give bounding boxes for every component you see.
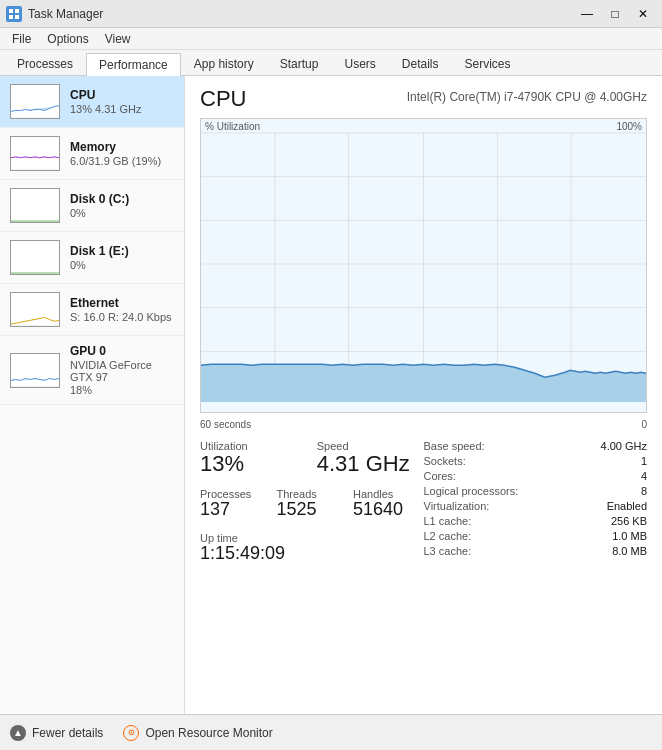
gpu0-label: GPU 0 — [70, 344, 174, 358]
gpu0-thumbnail — [10, 353, 60, 388]
sidebar-item-gpu0[interactable]: GPU 0 NVIDIA GeForce GTX 97 18% — [0, 336, 184, 405]
detail-subtitle: Intel(R) Core(TM) i7-4790K CPU @ 4.00GHz — [407, 90, 647, 104]
sidebar-item-ethernet[interactable]: Ethernet S: 16.0 R: 24.0 Kbps — [0, 284, 184, 336]
disk1-label: Disk 1 (E:) — [70, 244, 129, 258]
fewer-details-button[interactable]: ▲ Fewer details — [10, 725, 103, 741]
stats-section: Utilization 13% Speed 4.31 GHz Processes… — [200, 440, 647, 572]
chart-time-label: 60 seconds — [200, 419, 251, 430]
window-title: Task Manager — [28, 7, 103, 21]
resource-monitor-icon: ⊙ — [123, 725, 139, 741]
spec-virtualization: Virtualization: Enabled — [424, 500, 648, 512]
tab-app-history[interactable]: App history — [181, 52, 267, 75]
processes-stat: Processes 137 — [200, 488, 271, 520]
svg-rect-10 — [11, 241, 59, 274]
footer-bar: ▲ Fewer details ⊙ Open Resource Monitor — [0, 714, 662, 750]
svg-rect-2 — [9, 15, 13, 19]
memory-thumbnail — [10, 136, 60, 171]
ethernet-label: Ethernet — [70, 296, 172, 310]
tab-startup[interactable]: Startup — [267, 52, 332, 75]
uptime-stat: Up time 1:15:49:09 — [200, 532, 424, 564]
spec-l1-cache: L1 cache: 256 KB — [424, 515, 648, 527]
ethernet-thumbnail — [10, 292, 60, 327]
svg-rect-3 — [15, 15, 19, 19]
memory-label: Memory — [70, 140, 161, 154]
ethernet-info: Ethernet S: 16.0 R: 24.0 Kbps — [70, 296, 172, 323]
chart-time-right: 0 — [641, 419, 647, 430]
uptime-value: 1:15:49:09 — [200, 544, 424, 564]
memory-info: Memory 6.0/31.9 GB (19%) — [70, 140, 161, 167]
svg-rect-8 — [11, 189, 59, 222]
ethernet-value: S: 16.0 R: 24.0 Kbps — [70, 311, 172, 323]
svg-marker-28 — [201, 364, 646, 402]
threads-value: 1525 — [277, 500, 348, 520]
fewer-details-label: Fewer details — [32, 726, 103, 740]
detail-title: CPU — [200, 86, 246, 112]
disk0-info: Disk 0 (C:) 0% — [70, 192, 129, 219]
memory-value: 6.0/31.9 GB (19%) — [70, 155, 161, 167]
cpu-thumbnail — [10, 84, 60, 119]
speed-stat: Speed 4.31 GHz — [317, 440, 424, 476]
cpu-chart-svg — [201, 119, 646, 412]
disk1-value: 0% — [70, 259, 129, 271]
spec-l3-cache: L3 cache: 8.0 MB — [424, 545, 648, 557]
fewer-details-icon: ▲ — [10, 725, 26, 741]
utilization-value: 13% — [200, 452, 307, 476]
cpu-info: CPU 13% 4.31 GHz — [70, 88, 142, 115]
spec-sockets: Sockets: 1 — [424, 455, 648, 467]
svg-rect-0 — [9, 9, 13, 13]
sidebar-item-disk1[interactable]: Disk 1 (E:) 0% — [0, 232, 184, 284]
utilization-stat: Utilization 13% — [200, 440, 307, 476]
svg-rect-6 — [11, 137, 59, 170]
svg-rect-12 — [11, 293, 59, 326]
gpu0-info: GPU 0 NVIDIA GeForce GTX 97 18% — [70, 344, 174, 396]
detail-header: CPU Intel(R) Core(TM) i7-4790K CPU @ 4.0… — [200, 86, 647, 112]
maximize-button[interactable]: □ — [602, 4, 628, 24]
disk0-value: 0% — [70, 207, 129, 219]
menu-bar: File Options View — [0, 28, 662, 50]
disk1-info: Disk 1 (E:) 0% — [70, 244, 129, 271]
gpu0-name: NVIDIA GeForce GTX 97 — [70, 359, 174, 383]
handles-stat: Handles 51640 — [353, 488, 424, 520]
speed-value: 4.31 GHz — [317, 452, 424, 476]
processes-value: 137 — [200, 500, 271, 520]
tab-processes[interactable]: Processes — [4, 52, 86, 75]
open-resource-monitor-label: Open Resource Monitor — [145, 726, 272, 740]
handles-value: 51640 — [353, 500, 424, 520]
cpu-chart: % Utilization 100% — [200, 118, 647, 413]
disk1-thumbnail — [10, 240, 60, 275]
spec-l2-cache: L2 cache: 1.0 MB — [424, 530, 648, 542]
cpu-value: 13% 4.31 GHz — [70, 103, 142, 115]
detail-panel: CPU Intel(R) Core(TM) i7-4790K CPU @ 4.0… — [185, 76, 662, 714]
title-bar: Task Manager — □ ✕ — [0, 0, 662, 28]
disk0-thumbnail — [10, 188, 60, 223]
spec-logical-processors: Logical processors: 8 — [424, 485, 648, 497]
svg-rect-14 — [11, 354, 59, 387]
menu-options[interactable]: Options — [39, 30, 96, 48]
sidebar-item-cpu[interactable]: CPU 13% 4.31 GHz — [0, 76, 184, 128]
sidebar-item-disk0[interactable]: Disk 0 (C:) 0% — [0, 180, 184, 232]
tab-services[interactable]: Services — [452, 52, 524, 75]
menu-file[interactable]: File — [4, 30, 39, 48]
sidebar-item-memory[interactable]: Memory 6.0/31.9 GB (19%) — [0, 128, 184, 180]
main-content: CPU 13% 4.31 GHz Memory 6.0/31.9 GB (19%… — [0, 76, 662, 714]
menu-view[interactable]: View — [97, 30, 139, 48]
gpu0-value: 18% — [70, 384, 174, 396]
threads-stat: Threads 1525 — [277, 488, 348, 520]
disk0-label: Disk 0 (C:) — [70, 192, 129, 206]
tab-bar: Processes Performance App history Startu… — [0, 50, 662, 76]
tab-users[interactable]: Users — [331, 52, 388, 75]
sidebar: CPU 13% 4.31 GHz Memory 6.0/31.9 GB (19%… — [0, 76, 185, 714]
app-icon — [6, 6, 22, 22]
spec-base-speed: Base speed: 4.00 GHz — [424, 440, 648, 452]
specs-panel: Base speed: 4.00 GHz Sockets: 1 Cores: 4… — [424, 440, 648, 572]
minimize-button[interactable]: — — [574, 4, 600, 24]
spec-cores: Cores: 4 — [424, 470, 648, 482]
close-button[interactable]: ✕ — [630, 4, 656, 24]
open-resource-monitor-button[interactable]: ⊙ Open Resource Monitor — [123, 725, 272, 741]
chart-footer: 60 seconds 0 — [200, 419, 647, 430]
stats-left: Utilization 13% Speed 4.31 GHz Processes… — [200, 440, 424, 572]
svg-rect-4 — [11, 85, 59, 118]
tab-performance[interactable]: Performance — [86, 53, 181, 76]
tab-details[interactable]: Details — [389, 52, 452, 75]
svg-rect-1 — [15, 9, 19, 13]
